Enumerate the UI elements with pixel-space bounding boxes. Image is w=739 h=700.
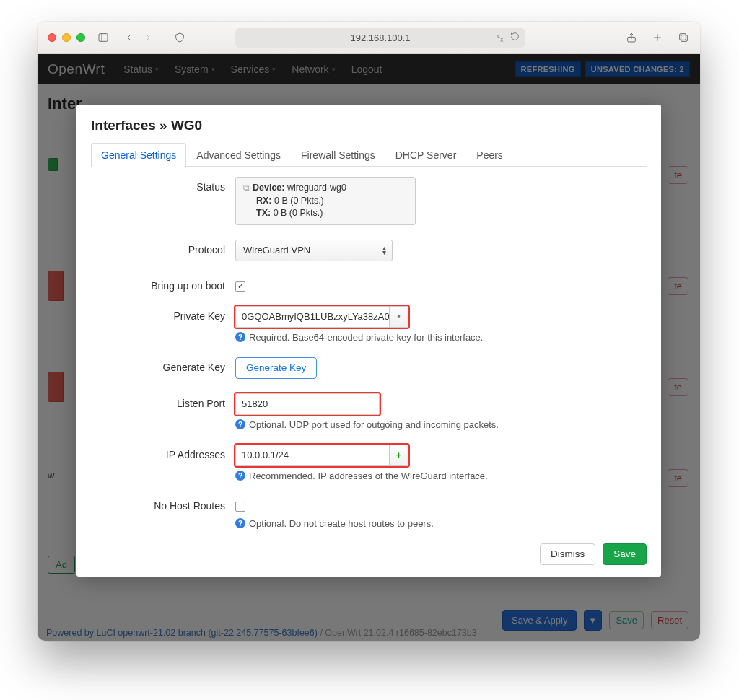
protocol-value: WireGuard VPN [243,245,310,255]
modal-footer: Dismiss Save [91,543,647,565]
forward-icon[interactable] [141,31,154,44]
no-host-routes-checkbox[interactable] [235,502,245,512]
help-icon: ? [235,471,245,481]
label-private-key: Private Key [91,306,235,322]
modal-overlay: Interfaces » WG0 General Settings Advanc… [38,54,700,641]
tab-peers[interactable]: Peers [466,143,513,167]
ip-addresses-input[interactable]: 10.0.0.1/24 + [235,445,408,466]
modal-tabs: General Settings Advanced Settings Firew… [91,142,647,167]
reload-icon[interactable] [510,32,520,43]
back-icon[interactable] [123,31,136,44]
svg-rect-5 [681,35,688,42]
sidebar-toggle-icon[interactable] [97,31,110,44]
label-no-host-routes: No Host Routes [91,496,235,512]
help-icon: ? [235,332,245,342]
tab-dhcp-server[interactable]: DHCP Server [385,143,467,167]
select-arrows-icon: ▴▾ [382,246,386,255]
ip-addresses-value: 10.0.0.1/24 [242,450,389,460]
window-traffic-lights [48,33,85,42]
label-listen-port: Listen Port [91,393,235,409]
reveal-key-icon[interactable]: • [389,307,408,327]
page: OpenWrt Status▾ System▾ Services▾ Networ… [38,54,700,641]
tab-advanced-settings[interactable]: Advanced Settings [186,143,291,167]
shield-icon[interactable] [173,31,186,44]
share-icon[interactable] [625,31,638,44]
help-icon: ? [235,518,245,528]
listen-port-value: 51820 [242,398,373,409]
dismiss-button[interactable]: Dismiss [540,543,595,565]
browser-toolbar: 192.168.100.1 ᶜᵪ [38,22,700,54]
label-ip-addresses: IP Addresses [91,445,235,460]
label-protocol: Protocol [91,240,235,255]
address-bar[interactable]: 192.168.100.1 ᶜᵪ [235,28,525,48]
protocol-select[interactable]: WireGuard VPN ▴▾ [235,240,393,261]
ip-addresses-help: Recommended. IP addresses of the WireGua… [249,471,488,481]
maximize-window-icon[interactable] [76,33,85,42]
svg-rect-0 [99,34,108,42]
address-text: 192.168.100.1 [350,32,410,43]
interface-modal: Interfaces » WG0 General Settings Advanc… [76,105,661,577]
generate-key-button[interactable]: Generate Key [235,357,317,379]
tabs-icon[interactable] [677,31,690,44]
help-icon: ? [235,419,245,429]
label-bringup: Bring up on boot [91,276,235,292]
private-key-help: Required. Base64-encoded private key for… [249,332,483,343]
status-box: ⧉Device: wireguard-wg0 RX: 0 B (0 Pkts.)… [235,177,416,225]
bringup-checkbox[interactable]: ✓ [235,281,245,292]
tab-firewall-settings[interactable]: Firewall Settings [291,143,385,167]
tab-general-settings[interactable]: General Settings [91,143,186,167]
save-button[interactable]: Save [603,543,647,565]
listen-port-input[interactable]: 51820 [235,393,380,415]
listen-port-help: Optional. UDP port used for outgoing and… [249,419,499,430]
label-status: Status [91,177,235,193]
device-icon: ⧉ [243,183,250,193]
svg-rect-6 [680,34,686,40]
label-generate-key: Generate Key [91,357,235,373]
app-window: 192.168.100.1 ᶜᵪ OpenWrt Status▾ [38,22,700,641]
private-key-value: 0GQOABmyIQB1LUBzxyLYa38zA0 [242,311,389,322]
new-tab-icon[interactable] [651,31,664,44]
reader-icon[interactable]: ᶜᵪ [497,32,503,43]
close-window-icon[interactable] [48,33,56,42]
minimize-window-icon[interactable] [62,33,71,42]
no-host-routes-help: Optional. Do not create host routes to p… [249,518,434,529]
add-ip-icon[interactable]: + [389,445,408,465]
private-key-input[interactable]: 0GQOABmyIQB1LUBzxyLYa38zA0 • [235,306,408,328]
modal-title: Interfaces » WG0 [91,118,647,134]
